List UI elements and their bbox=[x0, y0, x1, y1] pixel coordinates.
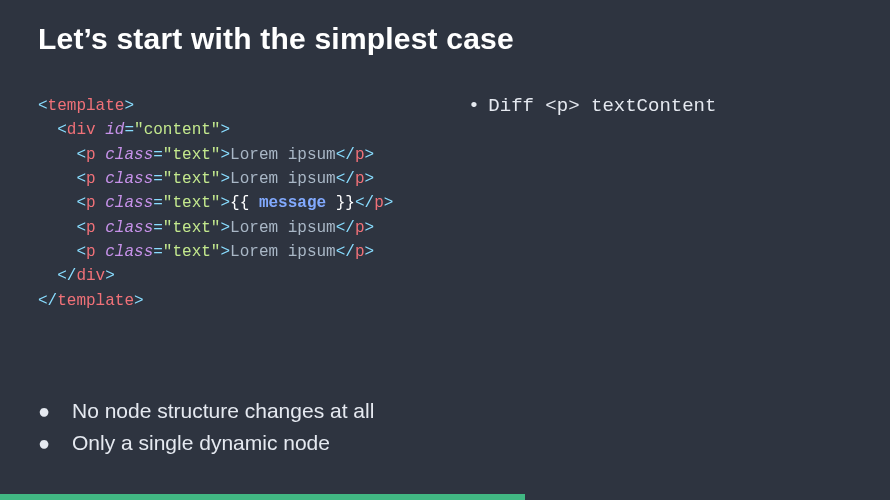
bullet-text: textContent bbox=[580, 95, 717, 117]
code-attr: class bbox=[105, 243, 153, 261]
progress-bar bbox=[0, 494, 525, 500]
right-bullet-list: •Diff <p> textContent bbox=[468, 92, 716, 313]
code-attr: class bbox=[105, 146, 153, 164]
bottom-bullet-list: ●No node structure changes at all ●Only … bbox=[38, 395, 374, 460]
code-attr: id bbox=[105, 121, 124, 139]
code-mustache: {{ bbox=[230, 194, 259, 212]
slide-title: Let’s start with the simplest case bbox=[38, 22, 852, 56]
bullet-item: •Diff <p> textContent bbox=[468, 92, 716, 121]
code-tag: div bbox=[76, 267, 105, 285]
code-attr: class bbox=[105, 219, 153, 237]
bullet-text: No node structure changes at all bbox=[72, 395, 374, 428]
code-tag: p bbox=[86, 194, 96, 212]
code-string: "content" bbox=[134, 121, 220, 139]
code-tag: div bbox=[67, 121, 96, 139]
bullet-dot-icon: ● bbox=[38, 396, 72, 427]
bullet-item: ●No node structure changes at all bbox=[38, 395, 374, 428]
code-tag: template bbox=[57, 292, 134, 310]
bullet-item: ●Only a single dynamic node bbox=[38, 427, 374, 460]
bullet-code: <p> bbox=[545, 95, 579, 117]
code-text: Lorem ipsum bbox=[230, 146, 336, 164]
code-tag: p bbox=[374, 194, 384, 212]
slide-content: <template> <div id="content"> <p class="… bbox=[38, 94, 852, 313]
code-text: Lorem ipsum bbox=[230, 170, 336, 188]
code-tag: p bbox=[86, 219, 96, 237]
code-tag: p bbox=[355, 170, 365, 188]
code-tag: p bbox=[86, 170, 96, 188]
code-string: "text" bbox=[163, 170, 221, 188]
slide: Let’s start with the simplest case <temp… bbox=[0, 0, 890, 500]
code-string: "text" bbox=[163, 243, 221, 261]
code-text: Lorem ipsum bbox=[230, 219, 336, 237]
code-text: Lorem ipsum bbox=[230, 243, 336, 261]
bullet-text: Diff bbox=[488, 95, 545, 117]
code-attr: class bbox=[105, 194, 153, 212]
bullet-text: Only a single dynamic node bbox=[72, 427, 330, 460]
code-tag: p bbox=[355, 219, 365, 237]
code-string: "text" bbox=[163, 219, 221, 237]
bullet-dot-icon: ● bbox=[38, 428, 72, 459]
code-tag: p bbox=[355, 146, 365, 164]
code-string: "text" bbox=[163, 146, 221, 164]
progress-track bbox=[0, 494, 890, 500]
code-string: "text" bbox=[163, 194, 221, 212]
code-variable: message bbox=[259, 194, 326, 212]
code-tag: template bbox=[48, 97, 125, 115]
code-tag: p bbox=[86, 146, 96, 164]
code-mustache: }} bbox=[326, 194, 355, 212]
bullet-dot-icon: • bbox=[468, 92, 488, 121]
code-tag: p bbox=[355, 243, 365, 261]
code-block: <template> <div id="content"> <p class="… bbox=[38, 94, 393, 313]
code-tag: p bbox=[86, 243, 96, 261]
code-attr: class bbox=[105, 170, 153, 188]
